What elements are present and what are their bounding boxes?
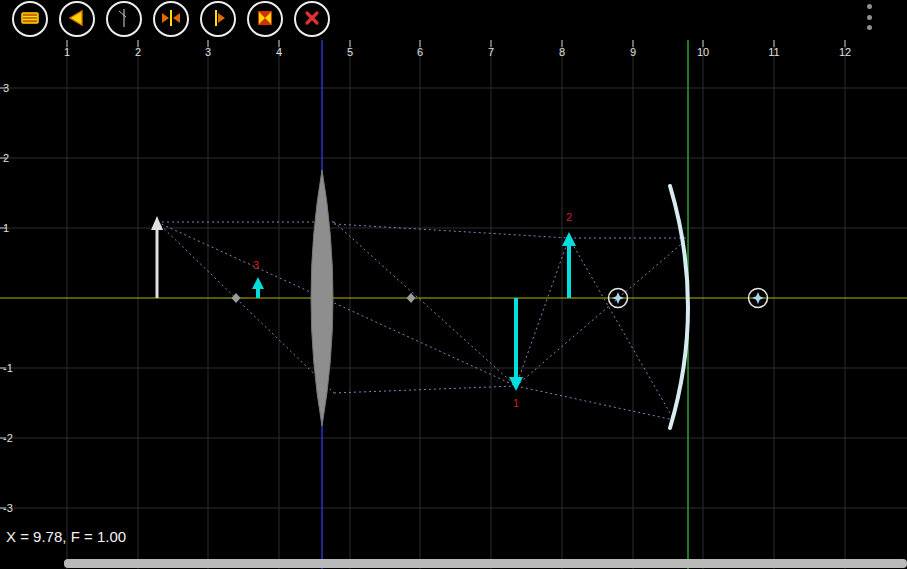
x-axis-label: 5 <box>347 46 353 58</box>
plano-convex-lens-button[interactable] <box>200 1 236 37</box>
image-1-arrow[interactable] <box>509 298 523 391</box>
image-2-arrow[interactable] <box>562 232 576 298</box>
curved-mirror-button[interactable] <box>247 1 283 37</box>
delete-button[interactable] <box>294 1 330 37</box>
focal-point-marker[interactable] <box>407 293 416 303</box>
y-axis-label: 2 <box>3 152 9 164</box>
optics-canvas[interactable]: 1 2 3 4 5 6 7 8 9 10 11 12 3 2 1 -1 -2 -… <box>0 0 907 569</box>
ray-traces <box>157 222 686 420</box>
biconvex-lens-icon <box>160 8 182 31</box>
x-axis-label: 12 <box>839 46 851 58</box>
delete-icon <box>302 8 322 31</box>
biconvex-lens-button[interactable] <box>153 1 189 37</box>
x-axis-label: 8 <box>559 46 565 58</box>
x-axis-label: 4 <box>276 46 282 58</box>
toolbar <box>12 1 330 37</box>
x-axis-label: 6 <box>417 46 423 58</box>
circular-glass-button[interactable] <box>106 1 142 37</box>
curved-mirror-icon <box>255 8 275 31</box>
prism-button[interactable] <box>59 1 95 37</box>
x-axis-label: 7 <box>488 46 494 58</box>
object-arrow[interactable] <box>151 216 163 298</box>
converging-lens[interactable] <box>311 170 333 426</box>
x-axis-label: 9 <box>630 46 636 58</box>
x-axis-label: 1 <box>64 46 70 58</box>
y-axis-label: 1 <box>3 222 9 234</box>
overflow-menu-icon[interactable] <box>863 4 875 30</box>
x-axis-label: 2 <box>135 46 141 58</box>
x-axis-labels: 1 2 3 4 5 6 7 8 9 10 11 12 <box>64 46 851 58</box>
y-axis-label: -3 <box>3 502 13 514</box>
plano-convex-lens-icon <box>208 8 228 31</box>
x-axis-label: 3 <box>205 46 211 58</box>
grid-vertical-lines <box>67 40 845 569</box>
y-axis-label: -1 <box>3 362 13 374</box>
horizontal-scrollbar[interactable] <box>64 559 907 568</box>
ray-box-icon <box>20 8 40 31</box>
image-3-label: 3 <box>253 259 259 271</box>
y-axis-label: -2 <box>3 432 13 444</box>
status-readout: X = 9.78, F = 1.00 <box>6 528 126 545</box>
image-2-label: 2 <box>566 211 572 223</box>
image-3-arrow[interactable] <box>252 277 264 298</box>
focal-point-marker[interactable] <box>232 293 241 303</box>
ray-box-button[interactable] <box>12 1 48 37</box>
x-axis-label: 11 <box>768 46 779 58</box>
y-axis-label: 3 <box>3 82 9 94</box>
prism-icon <box>67 8 87 31</box>
x-axis-label: 10 <box>697 46 709 58</box>
circular-glass-icon <box>114 8 134 31</box>
concave-mirror[interactable] <box>670 186 688 428</box>
image-1-label: 1 <box>513 397 519 409</box>
